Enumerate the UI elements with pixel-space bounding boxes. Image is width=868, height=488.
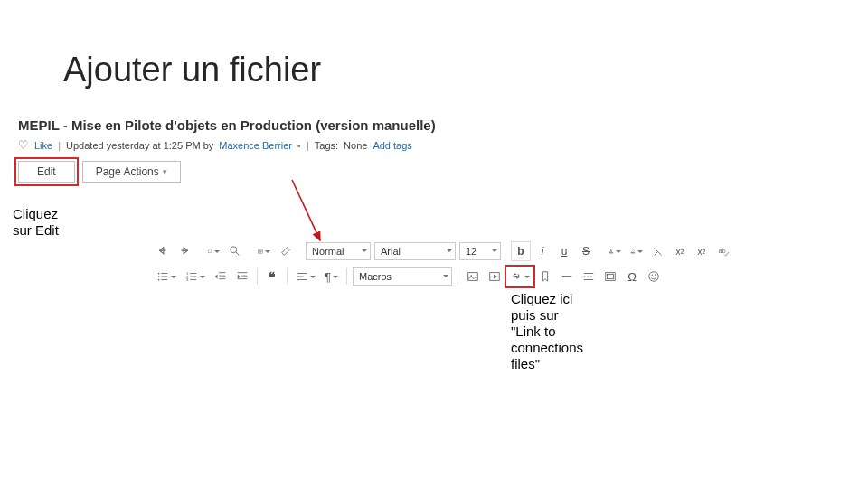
- subscript-button[interactable]: x2: [671, 242, 689, 260]
- meta-separator-2: |: [307, 140, 309, 151]
- arrow-annotation: [289, 177, 326, 249]
- highlight-color-button[interactable]: [627, 242, 646, 260]
- emoticon-button[interactable]: [645, 267, 663, 286]
- find-button[interactable]: [226, 242, 244, 260]
- svg-text:ab: ab: [719, 248, 726, 254]
- paste-button[interactable]: [204, 242, 222, 260]
- font-family-select[interactable]: Arial: [374, 242, 456, 260]
- slide-title: Ajouter un fichier: [63, 51, 321, 89]
- add-tags-link[interactable]: Add tags: [373, 140, 411, 151]
- spellcheck-button[interactable]: ab: [714, 242, 732, 260]
- link-button[interactable]: [507, 267, 533, 286]
- edit-button[interactable]: Edit: [18, 161, 75, 183]
- chevron-down-icon: ▾: [163, 167, 167, 176]
- callout-edit-line-1: Cliquez: [13, 206, 58, 221]
- callout-link-line-3: "Link to: [511, 324, 556, 339]
- svg-rect-12: [631, 253, 636, 254]
- wiki-screenshot: MEPIL - Mise en Pilote d'objets en Produ…: [18, 117, 436, 183]
- callout-link: Cliquez ici puis sur "Link to connection…: [511, 291, 610, 372]
- toolbar-row-1: Normal Arial 12 b i u S A x2 x2 ab: [154, 240, 714, 262]
- svg-point-14: [158, 273, 160, 275]
- updated-text: Updated yesterday at 1:25 PM by: [66, 140, 213, 151]
- meta-separator: |: [58, 140, 61, 151]
- toolbar-separator: [287, 268, 288, 285]
- tags-none: None: [344, 140, 367, 151]
- callout-link-line-1: Cliquez ici: [511, 291, 572, 306]
- numbered-list-button[interactable]: 123: [183, 267, 208, 286]
- svg-point-44: [649, 272, 659, 282]
- page-actions-label: Page Actions: [96, 165, 159, 178]
- callout-edit: Cliquez sur Edit: [13, 206, 67, 239]
- text-color-button[interactable]: A: [606, 242, 624, 260]
- svg-point-16: [158, 279, 160, 281]
- bullet-list-button[interactable]: [154, 267, 179, 286]
- toolbar-separator: [346, 268, 347, 285]
- callout-link-line-2: puis sur: [511, 307, 559, 323]
- toolbar-row-2: 123 ❝ ¶ Macros Ω: [154, 266, 714, 287]
- svg-point-15: [158, 276, 160, 277]
- callout-link-line-4: connections: [511, 340, 583, 355]
- clear-format-button[interactable]: [649, 242, 667, 260]
- wiki-button-row: Edit Page Actions ▾: [18, 161, 436, 183]
- format-paint-button[interactable]: [277, 242, 295, 260]
- page-actions-button[interactable]: Page Actions ▾: [82, 161, 181, 183]
- image-button[interactable]: [464, 267, 482, 286]
- svg-rect-1: [208, 249, 211, 253]
- special-char-button[interactable]: Ω: [623, 267, 641, 286]
- table-button[interactable]: [255, 242, 273, 260]
- align-button[interactable]: [293, 267, 318, 286]
- undo-button[interactable]: [154, 242, 172, 260]
- bookmark-button[interactable]: [536, 267, 554, 286]
- svg-point-3: [231, 247, 237, 253]
- toolbar-separator: [458, 268, 458, 285]
- hr-button[interactable]: [558, 267, 576, 286]
- wiki-meta-row: ♡ Like | Updated yesterday at 1:25 PM by…: [18, 138, 436, 152]
- outdent-button[interactable]: [212, 267, 230, 286]
- paragraph-button[interactable]: ¶: [322, 267, 341, 286]
- svg-text:3: 3: [186, 277, 189, 282]
- underline-button[interactable]: u: [555, 242, 573, 260]
- callout-link-line-5: files": [511, 356, 540, 371]
- svg-rect-43: [607, 274, 613, 278]
- paragraph-style-select[interactable]: Normal: [306, 242, 371, 260]
- font-size-select[interactable]: 12: [459, 242, 501, 260]
- indent-button[interactable]: [233, 267, 251, 286]
- heart-icon[interactable]: ♡: [18, 138, 29, 152]
- blockquote-button[interactable]: ❝: [263, 267, 281, 286]
- svg-point-46: [655, 275, 656, 276]
- flag-icon[interactable]: ▪: [297, 140, 301, 151]
- author-link[interactable]: Maxence Berrier: [219, 140, 292, 151]
- strike-button[interactable]: S: [577, 242, 595, 260]
- redo-button[interactable]: [175, 242, 193, 260]
- bold-button[interactable]: b: [512, 242, 530, 260]
- pagebreak-button[interactable]: [580, 267, 598, 286]
- callout-edit-line-2: sur Edit: [13, 222, 59, 238]
- superscript-button[interactable]: x2: [693, 242, 711, 260]
- svg-line-0: [292, 180, 320, 240]
- svg-rect-5: [259, 249, 263, 254]
- toolbar-separator: [257, 268, 258, 285]
- italic-button[interactable]: i: [533, 242, 552, 260]
- svg-rect-11: [609, 253, 614, 254]
- wiki-page-title: MEPIL - Mise en Pilote d'objets en Produ…: [18, 117, 436, 133]
- svg-point-45: [652, 275, 653, 276]
- editor-toolbar: Normal Arial 12 b i u S A x2 x2 ab 123 ❝…: [154, 240, 714, 291]
- svg-line-4: [236, 252, 240, 256]
- tags-label: Tags:: [315, 140, 338, 151]
- like-link[interactable]: Like: [34, 140, 52, 151]
- flash-button[interactable]: [486, 267, 504, 286]
- svg-rect-2: [209, 249, 211, 249]
- iframe-button[interactable]: [601, 267, 619, 286]
- macros-select[interactable]: Macros: [353, 267, 452, 286]
